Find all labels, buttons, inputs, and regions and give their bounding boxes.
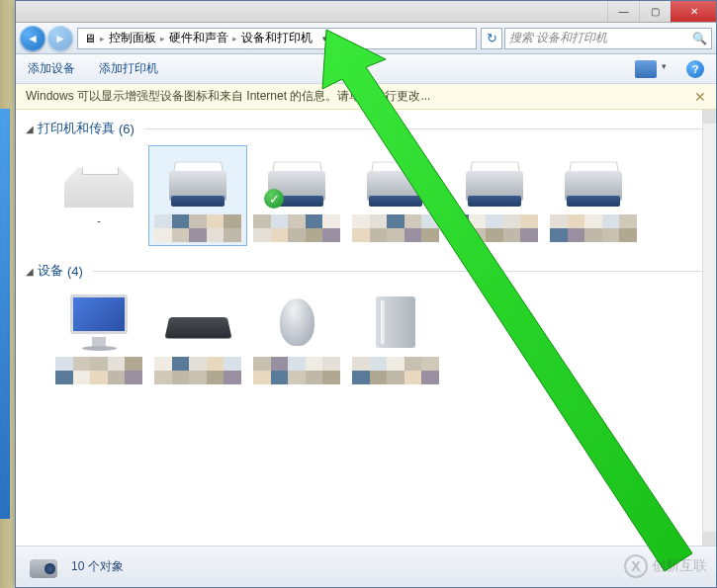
keyboard-icon <box>163 292 232 353</box>
devices-and-printers-window: — ▢ ✕ ◄ ► 🖥 ▸ 控制面板 ▸ 硬件和声音 ▸ 设备和打印机 ▾ ↻ … <box>15 0 717 588</box>
notification-close-icon[interactable]: ✕ <box>694 89 706 105</box>
chevron-right-icon: ▸ <box>160 34 165 43</box>
printer-icon <box>559 149 628 210</box>
status-bar: 10 个对象 <box>16 546 716 587</box>
device-item-printer[interactable] <box>544 145 643 246</box>
breadcrumb-dropdown[interactable]: ▾ <box>316 34 332 43</box>
notification-text: Windows 可以显示增强型设备图标和来自 Internet 的信息。请单击进… <box>26 88 430 105</box>
vertical-scrollbar[interactable] <box>702 110 716 546</box>
add-device-button[interactable]: 添加设备 <box>28 60 75 77</box>
printer-icon: ✓ <box>262 149 331 210</box>
nav-forward-button[interactable]: ► <box>47 26 73 51</box>
obscured-label <box>352 357 439 384</box>
watermark-icon: X <box>624 554 648 578</box>
search-input[interactable]: 搜索 设备和打印机 🔍 <box>504 28 712 49</box>
add-printer-button[interactable]: 添加打印机 <box>99 60 158 77</box>
monitor-icon <box>64 292 134 353</box>
chevron-right-icon: ▸ <box>232 34 237 43</box>
printer-icon <box>163 149 232 210</box>
background-window-edge <box>0 0 16 588</box>
device-item-keyboard[interactable] <box>148 288 247 388</box>
command-toolbar: 添加设备 添加打印机 ? <box>16 54 716 84</box>
device-item-drive[interactable] <box>346 288 445 388</box>
group-header-printers[interactable]: ◢ 打印机和传真 (6) <box>26 116 702 141</box>
group-label: 设备 <box>38 262 63 280</box>
title-bar[interactable]: — ▢ ✕ <box>16 1 716 23</box>
breadcrumb[interactable]: 🖥 ▸ 控制面板 ▸ 硬件和声音 ▸ 设备和打印机 ▾ <box>77 28 477 49</box>
obscured-label <box>550 214 637 242</box>
device-item-printer[interactable] <box>445 145 544 246</box>
device-item-monitor[interactable] <box>49 288 148 388</box>
default-check-icon: ✓ <box>264 189 284 209</box>
status-devices-icon <box>26 551 61 583</box>
watermark: X 创新互联 <box>624 554 707 578</box>
device-item-printer[interactable] <box>148 145 247 246</box>
nav-back-button[interactable]: ◄ <box>20 26 45 51</box>
search-icon[interactable]: 🔍 <box>692 32 707 45</box>
printer-icon <box>361 149 430 210</box>
obscured-label <box>154 214 241 242</box>
maximize-button[interactable]: ▢ <box>639 1 671 22</box>
crumb-control-panel[interactable]: 控制面板 <box>107 30 158 46</box>
group-label: 打印机和传真 <box>38 120 115 137</box>
crumb-devices-printers[interactable]: 设备和打印机 <box>239 30 314 46</box>
obscured-label <box>55 357 142 384</box>
help-button[interactable]: ? <box>686 60 704 78</box>
group-header-devices[interactable]: ◢ 设备 (4) <box>26 258 702 284</box>
refresh-button[interactable]: ↻ <box>481 28 502 49</box>
group-separator <box>144 128 702 129</box>
collapse-icon[interactable]: ◢ <box>26 124 34 134</box>
obscured-label <box>352 214 439 242</box>
device-item-printer[interactable] <box>346 145 445 246</box>
crumb-hardware-sound[interactable]: 硬件和声音 <box>167 30 230 46</box>
chevron-right-icon: ▸ <box>100 34 105 43</box>
view-options-button[interactable] <box>635 60 657 78</box>
devices-items <box>26 284 702 400</box>
external-drive-icon <box>361 292 430 353</box>
mouse-icon <box>262 292 331 353</box>
minimize-button[interactable]: — <box>607 1 639 22</box>
notification-bar[interactable]: Windows 可以显示增强型设备图标和来自 Internet 的信息。请单击进… <box>16 84 716 110</box>
navigation-bar: ◄ ► 🖥 ▸ 控制面板 ▸ 硬件和声音 ▸ 设备和打印机 ▾ ↻ 搜索 设备和… <box>16 23 716 54</box>
status-text: 10 个对象 <box>71 558 124 575</box>
content-pane: ◢ 打印机和传真 (6) - ✓ <box>16 110 702 546</box>
obscured-label <box>154 357 241 384</box>
collapse-icon[interactable]: ◢ <box>26 266 34 277</box>
obscured-label <box>451 214 538 242</box>
search-placeholder: 搜索 设备和打印机 <box>509 30 607 46</box>
printer-icon <box>460 149 529 210</box>
obscured-label <box>253 214 340 242</box>
computer-icon: 🖥 <box>82 32 98 45</box>
watermark-text: 创新互联 <box>652 557 707 575</box>
device-item-mouse[interactable] <box>247 288 346 388</box>
group-count: (4) <box>67 264 83 279</box>
close-button[interactable]: ✕ <box>671 1 716 22</box>
fax-icon <box>64 149 134 210</box>
device-item-fax[interactable]: - <box>49 145 148 246</box>
obscured-label <box>253 357 340 384</box>
group-separator <box>93 271 702 272</box>
device-item-printer-default[interactable]: ✓ <box>247 145 346 246</box>
group-count: (6) <box>119 122 134 136</box>
printers-items: - ✓ <box>26 141 702 258</box>
